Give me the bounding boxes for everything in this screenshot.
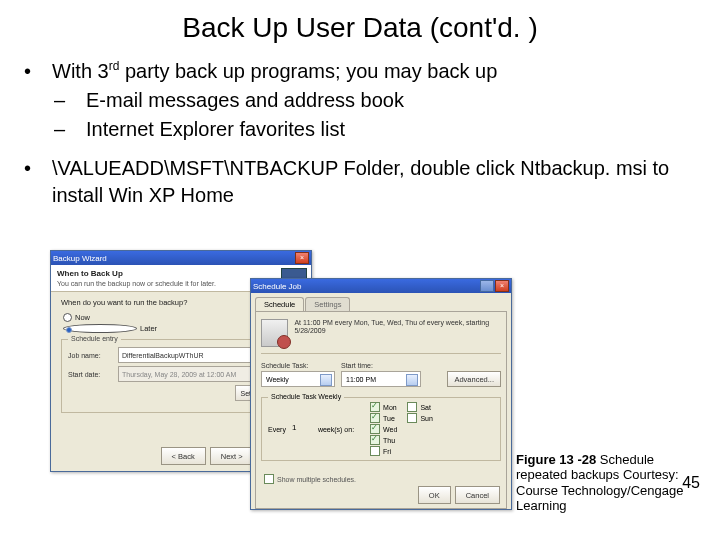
checkbox-tue[interactable]: Tue — [370, 413, 397, 423]
every-label-post: week(s) on: — [318, 426, 354, 433]
tab-settings[interactable]: Settings — [305, 297, 350, 311]
titlebar: Backup Wizard × — [51, 251, 311, 265]
figure-caption: Figure 13 -28 Schedule repeated backups … — [516, 452, 706, 514]
checkbox-wed[interactable]: Wed — [370, 424, 397, 434]
schedule-tab-pane: At 11:00 PM every Mon, Tue, Wed, Thu of … — [255, 311, 507, 509]
job-name-label: Job name: — [68, 352, 114, 359]
weekly-group: Schedule Task Weekly Every 1 week(s) on:… — [261, 397, 501, 461]
close-icon[interactable]: × — [495, 280, 509, 292]
close-icon[interactable]: × — [295, 252, 309, 264]
checkbox-sat[interactable]: Sat — [407, 402, 432, 412]
bullet-1-1: –E-mail messages and address book — [86, 87, 690, 114]
checkbox-mon[interactable]: Mon — [370, 402, 397, 412]
schedule-task-select[interactable]: Weekly — [261, 371, 335, 387]
bullet-1-2: –Internet Explorer favorites list — [86, 116, 690, 143]
every-weeks-field[interactable]: 1 — [292, 423, 312, 435]
bullet-1: •With 3rd party back up programs; you ma… — [52, 58, 690, 85]
every-label-pre: Every — [268, 426, 286, 433]
group-legend: Schedule entry — [68, 335, 121, 342]
weekly-legend: Schedule Task Weekly — [268, 393, 344, 400]
ok-button[interactable]: OK — [418, 486, 451, 504]
checkbox-fri[interactable]: Fri — [370, 446, 397, 456]
checkbox-thu[interactable]: Thu — [370, 435, 397, 445]
checkbox-sun[interactable]: Sun — [407, 413, 432, 423]
figure-number: Figure 13 -28 — [516, 452, 596, 467]
start-time-select[interactable]: 11:00 PM — [341, 371, 421, 387]
schedule-task-label: Schedule Task: — [261, 362, 335, 369]
page-number: 45 — [682, 474, 700, 492]
wizard-heading: When to Back Up — [57, 269, 305, 278]
bullet-2: •\VALUEADD\MSFT\NTBACKUP Folder, double … — [52, 155, 690, 209]
start-date-label: Start date: — [68, 371, 114, 378]
titlebar: Schedule Job × — [251, 279, 511, 293]
help-icon[interactable] — [480, 280, 494, 292]
calendar-clock-icon — [261, 319, 288, 347]
bullet-list: •With 3rd party back up programs; you ma… — [30, 58, 690, 209]
next-button[interactable]: Next > — [210, 447, 254, 465]
back-button[interactable]: < Back — [161, 447, 206, 465]
show-multiple-checkbox[interactable]: Show multiple schedules. — [264, 474, 356, 484]
tab-schedule[interactable]: Schedule — [255, 297, 304, 311]
cancel-button[interactable]: Cancel — [455, 486, 500, 504]
schedule-job-window: Schedule Job × Schedule Settings At 11:0… — [250, 278, 512, 510]
start-time-label: Start time: — [341, 362, 421, 369]
slide-title: Back Up User Data (cont'd. ) — [30, 12, 690, 44]
window-title: Backup Wizard — [53, 254, 107, 263]
advanced-button[interactable]: Advanced... — [447, 371, 501, 387]
window-title: Schedule Job — [253, 282, 301, 291]
schedule-summary: At 11:00 PM every Mon, Tue, Wed, Thu of … — [294, 319, 501, 336]
